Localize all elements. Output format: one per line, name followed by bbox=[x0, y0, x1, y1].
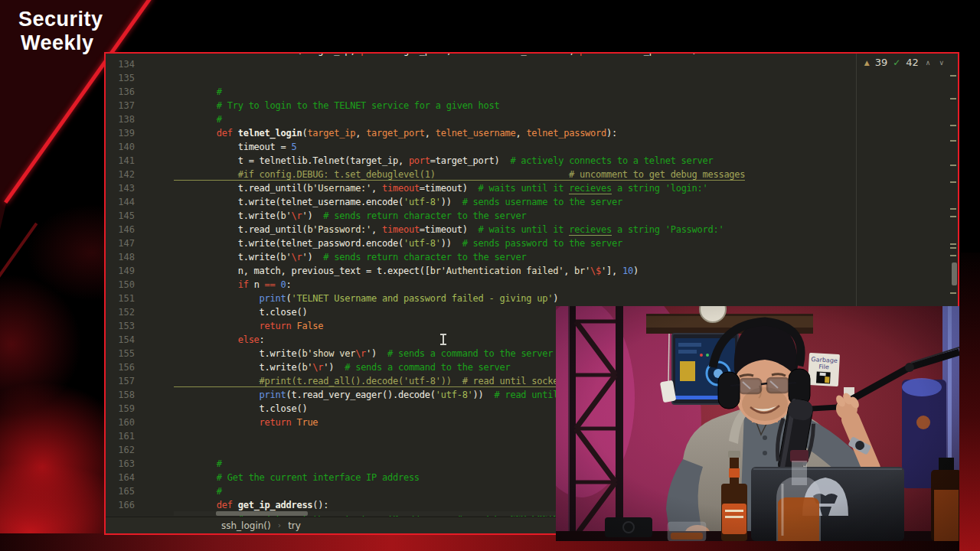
line-number: 137 bbox=[112, 99, 135, 112]
code-text: if n == 0: bbox=[174, 278, 292, 292]
code-text: # bbox=[174, 484, 222, 498]
lint-tick bbox=[950, 247, 956, 249]
line-number: 152 bbox=[112, 305, 135, 319]
code-text: # bbox=[174, 85, 222, 99]
code-text: #print(t.read_all().decode('utf-8')) # r… bbox=[174, 374, 601, 388]
code-text: t = telnetlib.Telnet(target_ip, port=tar… bbox=[174, 154, 713, 168]
lint-tick bbox=[950, 125, 956, 126]
code-text: print('TELNET Username and password fail… bbox=[174, 292, 558, 305]
lint-tick bbox=[950, 208, 956, 210]
code-line[interactable]: 135 bbox=[106, 71, 958, 85]
code-line[interactable]: 149 n, match, previous_text = t.expect([… bbox=[106, 264, 958, 278]
code-line[interactable]: 146 t.read_until(b'Password:', timeout=t… bbox=[106, 223, 958, 236]
code-line[interactable]: 143 t.read_until(b'Username:', timeout=t… bbox=[106, 181, 958, 195]
code-line[interactable]: 148 t.write(b'\r') # sends return charac… bbox=[106, 250, 958, 264]
code-line[interactable]: 150 if n == 0: bbox=[106, 278, 958, 292]
code-text: # bbox=[174, 112, 222, 126]
horizontal-scrollbar-thumb[interactable] bbox=[216, 511, 308, 516]
code-line[interactable]: 138 # bbox=[106, 112, 958, 126]
lint-status-badge: ▲ 39 ✓ 42 ∧ ∨ bbox=[864, 57, 946, 68]
code-text: t.close() bbox=[174, 402, 307, 416]
brand-logo: Security Weekly bbox=[18, 8, 103, 55]
code-text: def telnet_login(target_ip, target_port,… bbox=[174, 126, 617, 140]
line-number: 141 bbox=[112, 154, 135, 168]
code-text: return False bbox=[174, 319, 323, 333]
line-number: 139 bbox=[112, 126, 135, 140]
line-number: 164 bbox=[112, 471, 135, 484]
line-number: 158 bbox=[112, 388, 135, 402]
code-line[interactable]: 151 print('TELNET Username and password … bbox=[106, 292, 958, 305]
line-number: 155 bbox=[112, 347, 135, 360]
background-diagonal-line-faint bbox=[0, 223, 38, 285]
line-number: 146 bbox=[112, 223, 135, 236]
breadcrumb-item-function: ssh_login() bbox=[221, 520, 271, 531]
code-text: timeout = 5 bbox=[174, 140, 296, 154]
line-number: 159 bbox=[112, 402, 135, 416]
code-text: # Get the current interface IP address bbox=[174, 471, 420, 484]
code-line[interactable]: 147 t.write(telnet_password.encode('utf-… bbox=[106, 236, 958, 250]
code-text: def get_ip_address(): bbox=[174, 498, 328, 512]
code-line[interactable]: 134 bbox=[106, 57, 958, 71]
lint-tick bbox=[950, 140, 956, 142]
line-number: 138 bbox=[112, 112, 135, 126]
lint-tick bbox=[950, 181, 956, 183]
code-line[interactable]: 145 t.write(b'\r') # sends return charac… bbox=[106, 209, 958, 223]
lint-tick bbox=[950, 165, 956, 166]
code-text: # Try to login to the TELNET service for… bbox=[174, 99, 499, 112]
line-number: 161 bbox=[112, 429, 135, 443]
line-number: 160 bbox=[112, 416, 135, 429]
line-number: 149 bbox=[112, 264, 135, 278]
code-text: t.write(b'\r') # sends return character … bbox=[174, 209, 526, 223]
vertical-scrollbar-thumb[interactable] bbox=[952, 262, 957, 285]
code-text: t.read_until(b'Password:', timeout=timeo… bbox=[174, 223, 724, 236]
code-line[interactable]: 141 t = telnetlib.Telnet(target_ip, port… bbox=[106, 154, 958, 168]
line-number: 148 bbox=[112, 250, 135, 264]
code-line[interactable]: 137 # Try to login to the TELNET service… bbox=[106, 99, 958, 112]
line-number: 165 bbox=[112, 484, 135, 498]
line-number: 143 bbox=[112, 181, 135, 195]
line-number: 142 bbox=[112, 168, 135, 181]
code-text: t.write(b'\r') # sends return character … bbox=[174, 250, 526, 264]
code-text: # bbox=[174, 457, 222, 471]
background-right-strip bbox=[959, 253, 980, 551]
chevron-up-icon[interactable]: ∧ bbox=[924, 59, 933, 67]
line-number: 156 bbox=[112, 360, 135, 374]
breadcrumb-item-block: try bbox=[288, 520, 301, 531]
code-text: #if config.DEBUG: t.set_debuglevel(1) # … bbox=[174, 168, 745, 181]
stream-frame: Security Weekly 133 s = ssh.connect(targ… bbox=[0, 0, 980, 551]
lint-tick bbox=[950, 243, 956, 245]
code-line[interactable]: 144 t.write(telnet_username.encode('utf-… bbox=[106, 195, 958, 209]
code-line[interactable]: 142 #if config.DEBUG: t.set_debuglevel(1… bbox=[106, 168, 958, 181]
code-text: else: bbox=[174, 333, 265, 347]
code-text: t.write(telnet_username.encode('utf-8'))… bbox=[174, 195, 622, 209]
code-text: t.close() bbox=[174, 305, 307, 319]
code-text: n, match, previous_text = t.expect([br'A… bbox=[174, 264, 639, 278]
line-number: 135 bbox=[112, 71, 135, 85]
code-line[interactable]: 139 def telnet_login(target_ip, target_p… bbox=[106, 126, 958, 140]
lint-tick bbox=[950, 98, 956, 99]
line-number: 162 bbox=[112, 443, 135, 457]
brand-line1: Security bbox=[18, 8, 103, 31]
line-number: 166 bbox=[112, 498, 135, 512]
code-line[interactable]: 140 timeout = 5 bbox=[106, 140, 958, 154]
line-number: 153 bbox=[112, 319, 135, 333]
info-count: 42 bbox=[906, 57, 919, 68]
mouse-cursor-ibeam bbox=[443, 334, 444, 344]
chevron-down-icon[interactable]: ∨ bbox=[937, 59, 946, 67]
warning-triangle-icon: ▲ bbox=[864, 59, 870, 67]
code-text: return True bbox=[174, 416, 318, 429]
code-text: t.write(b'show ver\r') # sends a command… bbox=[174, 347, 553, 360]
warning-count: 39 bbox=[875, 57, 888, 68]
code-text: t.write(b'\r') # sends a command to the … bbox=[174, 360, 510, 374]
line-number: 144 bbox=[112, 195, 135, 209]
lint-tick bbox=[950, 292, 956, 294]
code-line[interactable]: 136 # bbox=[106, 85, 958, 99]
line-number: 140 bbox=[112, 140, 135, 154]
line-number: 147 bbox=[112, 236, 135, 250]
line-number: 145 bbox=[112, 209, 135, 223]
line-number: 154 bbox=[112, 333, 135, 347]
lint-check-icon: ✓ bbox=[893, 57, 900, 68]
webcam-overlay: Garbage File bbox=[556, 306, 959, 541]
line-number: 136 bbox=[112, 85, 135, 99]
webcam-scene: Garbage File bbox=[556, 306, 959, 541]
